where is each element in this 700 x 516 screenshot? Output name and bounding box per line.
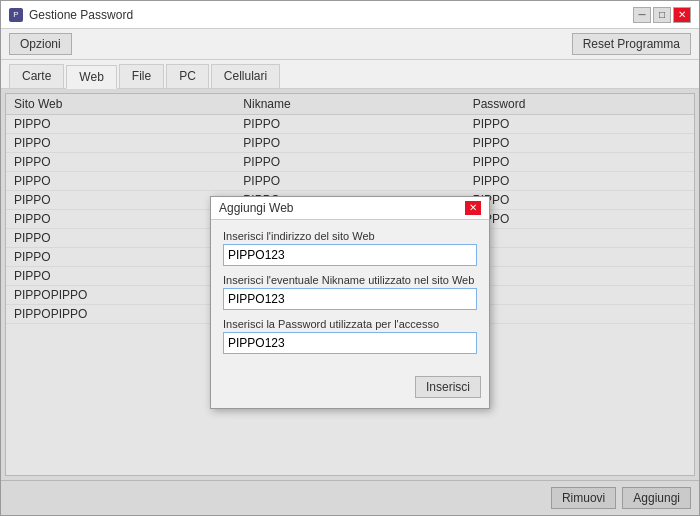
content-area: Sito Web Nikname Password PIPPOPIPPOPIPP… <box>1 89 699 515</box>
field1-label: Inserisci l'indirizzo del sito Web <box>223 230 477 242</box>
modal-overlay: Aggiungi Web ✕ Inserisci l'indirizzo del… <box>1 89 699 515</box>
maximize-button[interactable]: □ <box>653 7 671 23</box>
modal-body: Inserisci l'indirizzo del sito Web Inser… <box>211 220 489 372</box>
modal-title-bar: Aggiungi Web ✕ <box>211 197 489 220</box>
title-bar: P Gestione Password ─ □ ✕ <box>1 1 699 29</box>
title-bar-left: P Gestione Password <box>9 8 133 22</box>
close-button[interactable]: ✕ <box>673 7 691 23</box>
options-button[interactable]: Opzioni <box>9 33 72 55</box>
title-controls: ─ □ ✕ <box>633 7 691 23</box>
tab-web[interactable]: Web <box>66 65 116 89</box>
password-input[interactable] <box>223 332 477 354</box>
nikname-input[interactable] <box>223 288 477 310</box>
window-title: Gestione Password <box>29 8 133 22</box>
field2-label: Inserisci l'eventuale Nikname utilizzato… <box>223 274 477 286</box>
modal-title-text: Aggiungi Web <box>219 201 294 215</box>
tab-pc[interactable]: PC <box>166 64 209 88</box>
toolbar: Opzioni Reset Programma <box>1 29 699 60</box>
tab-carte[interactable]: Carte <box>9 64 64 88</box>
modal-footer: Inserisci <box>211 372 489 408</box>
main-window: P Gestione Password ─ □ ✕ Opzioni Reset … <box>0 0 700 516</box>
tab-bar: Carte Web File PC Cellulari <box>1 60 699 89</box>
field3-label: Inserisci la Password utilizzata per l'a… <box>223 318 477 330</box>
tab-cellulari[interactable]: Cellulari <box>211 64 280 88</box>
app-icon: P <box>9 8 23 22</box>
modal-close-button[interactable]: ✕ <box>465 201 481 215</box>
tab-file[interactable]: File <box>119 64 164 88</box>
reset-button[interactable]: Reset Programma <box>572 33 691 55</box>
minimize-button[interactable]: ─ <box>633 7 651 23</box>
add-web-modal: Aggiungi Web ✕ Inserisci l'indirizzo del… <box>210 196 490 409</box>
inserisci-button[interactable]: Inserisci <box>415 376 481 398</box>
site-url-input[interactable] <box>223 244 477 266</box>
